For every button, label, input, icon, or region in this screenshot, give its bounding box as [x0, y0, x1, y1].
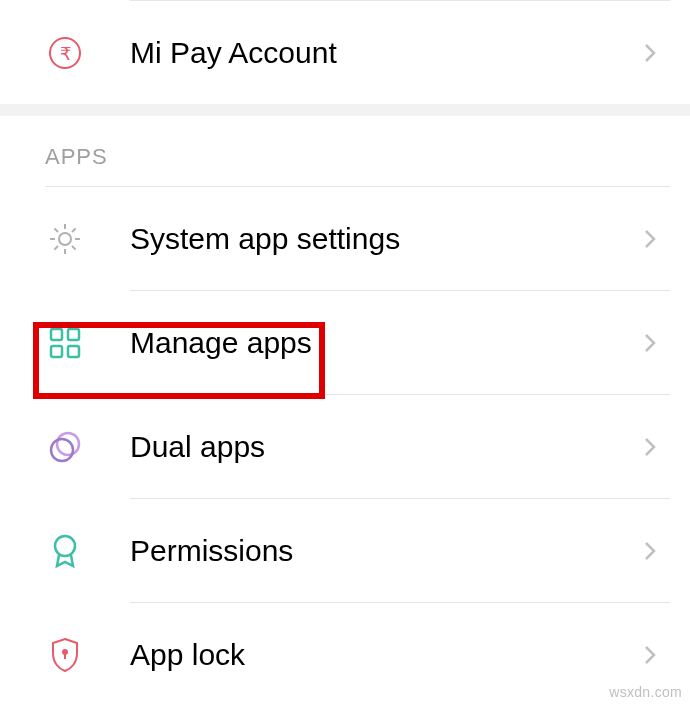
- manage-apps-item[interactable]: Manage apps: [0, 291, 690, 394]
- chevron-right-icon: [640, 432, 660, 462]
- settings-container: ₹ Mi Pay Account APPS System app setting…: [0, 0, 690, 706]
- app-lock-label: App lock: [130, 638, 640, 672]
- apps-grid-icon: [45, 323, 85, 363]
- svg-point-10: [63, 650, 67, 654]
- mi-pay-label: Mi Pay Account: [130, 36, 640, 70]
- svg-rect-4: [68, 329, 79, 340]
- rupee-icon: ₹: [45, 33, 85, 73]
- chevron-right-icon: [640, 328, 660, 358]
- svg-text:₹: ₹: [60, 44, 71, 64]
- watermark: wsxdn.com: [609, 684, 682, 700]
- chevron-right-icon: [640, 640, 660, 670]
- chevron-right-icon: [640, 536, 660, 566]
- svg-rect-5: [51, 346, 62, 357]
- dual-apps-label: Dual apps: [130, 430, 640, 464]
- shield-lock-icon: [45, 635, 85, 675]
- dual-apps-item[interactable]: Dual apps: [0, 395, 690, 498]
- permissions-label: Permissions: [130, 534, 640, 568]
- apps-section-header: APPS: [0, 116, 690, 186]
- svg-point-2: [59, 233, 71, 245]
- chevron-right-icon: [640, 224, 660, 254]
- manage-apps-label: Manage apps: [130, 326, 640, 360]
- svg-point-8: [51, 439, 73, 461]
- badge-icon: [45, 531, 85, 571]
- section-gap: [0, 104, 690, 116]
- app-lock-item[interactable]: App lock: [0, 603, 690, 706]
- permissions-item[interactable]: Permissions: [0, 499, 690, 602]
- svg-point-7: [57, 433, 79, 455]
- svg-point-9: [55, 536, 75, 556]
- dual-circles-icon: [45, 427, 85, 467]
- gear-icon: [45, 219, 85, 259]
- system-app-settings-item[interactable]: System app settings: [0, 187, 690, 290]
- system-app-label: System app settings: [130, 222, 640, 256]
- svg-rect-3: [51, 329, 62, 340]
- mi-pay-account-item[interactable]: ₹ Mi Pay Account: [0, 1, 690, 104]
- chevron-right-icon: [640, 38, 660, 68]
- svg-rect-6: [68, 346, 79, 357]
